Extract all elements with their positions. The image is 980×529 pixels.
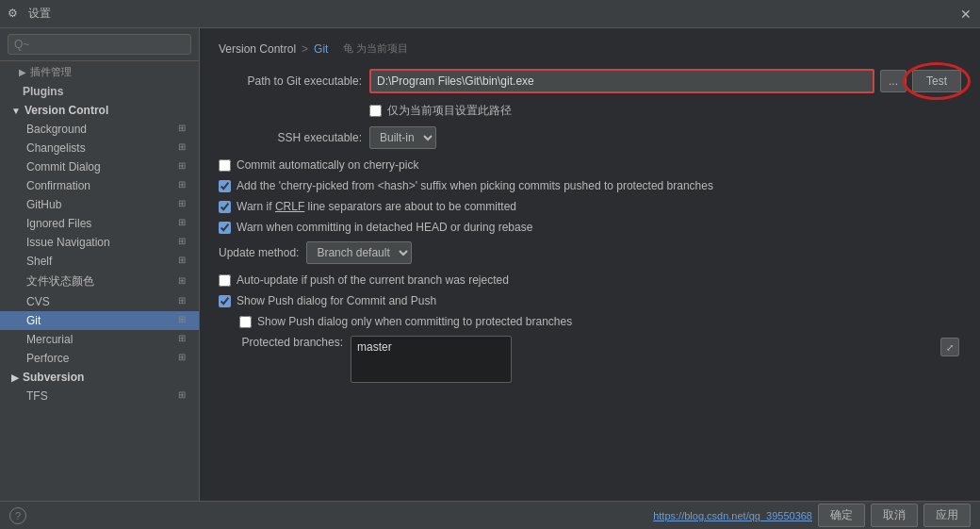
sidebar-item-mercurial[interactable]: Mercurial ⊞ [0, 330, 199, 349]
crlf-warn-checkbox[interactable] [219, 201, 231, 213]
sidebar-section-plugins-header[interactable]: ▶ 插件管理 [0, 61, 199, 81]
cherry-suffix-label: Add the 'cherry-picked from <hash>' suff… [237, 179, 713, 192]
show-push-dialog-checkbox[interactable] [219, 295, 231, 307]
protected-branches-row: Protected branches: master ⤢ [219, 336, 961, 386]
sidebar-item-github[interactable]: GitHub ⊞ [0, 195, 199, 214]
close-button[interactable]: ✕ [959, 8, 972, 21]
crlf-warn-label: Warn if CRLF line separators are about t… [237, 200, 516, 213]
bottom-bar: ? https://blog.csdn.net/qq_39550368 确定 取… [0, 501, 980, 529]
sidebar-item-changelists[interactable]: Changelists ⊞ [0, 139, 199, 157]
sidebar-item-cvs[interactable]: CVS ⊞ [0, 292, 199, 311]
title-bar-text: 设置 [28, 6, 959, 22]
auto-cherry-row: Commit automatically on cherry-pick [219, 158, 961, 172]
breadcrumb-separator: > [302, 42, 308, 56]
cherry-suffix-checkbox[interactable] [219, 180, 231, 192]
ssh-row: SSH executable: Built-in Native [219, 126, 961, 149]
git-executable-row: Path to Git executable: ... Test [219, 69, 961, 93]
browse-button[interactable]: ... [880, 70, 906, 92]
show-push-only-label: Show Push dialog only when committing to… [257, 315, 572, 328]
show-push-only-row: Show Push dialog only when committing to… [239, 315, 961, 328]
protected-branches-container: master ⤢ [351, 336, 961, 386]
title-bar: ⚙ 设置 ✕ [0, 0, 980, 28]
auto-cherry-checkbox[interactable] [219, 159, 231, 172]
settings-icon: ⚙ [8, 7, 23, 22]
top-section-label: 插件管理 [30, 65, 72, 79]
changelists-settings-icon: ⊞ [178, 141, 191, 155]
ssh-dropdown[interactable]: Built-in Native [369, 126, 436, 149]
breadcrumb-current: Git [314, 42, 328, 56]
sidebar-item-version-control[interactable]: ▼ Version Control [0, 101, 199, 120]
only-project-label: 仅为当前项目设置此路径 [387, 103, 512, 119]
git-executable-input[interactable] [369, 69, 874, 93]
ok-button[interactable]: 确定 [818, 504, 865, 527]
git-executable-label: Path to Git executable: [219, 74, 369, 88]
sidebar-item-file-status-color[interactable]: 文件状态颜色 ⊞ [0, 271, 199, 292]
only-project-checkbox[interactable] [369, 105, 382, 117]
issue-nav-settings-icon: ⊞ [178, 236, 191, 249]
git-executable-input-group: ... Test [369, 69, 961, 93]
sidebar-item-perforce[interactable]: Perforce ⊞ [0, 349, 199, 368]
breadcrumb: Version Control > Git 龟 为当前项目 [219, 41, 961, 56]
bottom-right-area: https://blog.csdn.net/qq_39550368 确定 取消 … [653, 504, 971, 527]
test-button-wrapper: Test [912, 70, 961, 92]
expand-button[interactable]: ⤢ [940, 338, 959, 356]
project-tag: 龟 为当前项目 [343, 41, 408, 56]
main-container: ▶ 插件管理 Plugins ▼ Version Control Backgro… [0, 28, 980, 501]
sidebar-item-subversion[interactable]: ▶ Subversion [0, 368, 199, 387]
sidebar-item-shelf[interactable]: Shelf ⊞ [0, 252, 199, 271]
detached-warn-row: Warn when committing in detached HEAD or… [219, 221, 961, 234]
version-control-arrow-icon: ▼ [11, 106, 21, 116]
sidebar-item-background[interactable]: Background ⊞ [0, 120, 199, 139]
tfs-settings-icon: ⊞ [178, 389, 191, 403]
cancel-button[interactable]: 取消 [871, 504, 918, 527]
apply-button[interactable]: 应用 [923, 504, 971, 527]
ssh-label: SSH executable: [219, 131, 369, 144]
detached-warn-checkbox[interactable] [219, 222, 231, 234]
update-method-label: Update method: [219, 246, 306, 259]
mercurial-settings-icon: ⊞ [178, 333, 191, 346]
update-method-dropdown[interactable]: Branch default Merge Rebase [306, 241, 412, 264]
auto-cherry-label: Commit automatically on cherry-pick [237, 158, 418, 172]
auto-push-checkbox[interactable] [219, 274, 231, 287]
sidebar-item-ignored-files[interactable]: Ignored Files ⊞ [0, 214, 199, 233]
show-push-dialog-label: Show Push dialog for Commit and Push [237, 294, 436, 307]
auto-push-label: Auto-update if push of the current branc… [237, 273, 509, 287]
sidebar-item-commit-dialog[interactable]: Commit Dialog ⊞ [0, 157, 199, 176]
shelf-settings-icon: ⊞ [178, 255, 191, 268]
show-push-only-checkbox[interactable] [239, 316, 252, 328]
plugins-label[interactable]: Plugins [0, 81, 199, 101]
search-input[interactable] [8, 34, 191, 55]
ignored-files-settings-icon: ⊞ [178, 217, 191, 230]
protected-branches-input[interactable]: master [351, 336, 512, 383]
help-button[interactable]: ? [9, 507, 26, 524]
cvs-settings-icon: ⊞ [178, 295, 191, 308]
status-link[interactable]: https://blog.csdn.net/qq_39550368 [653, 510, 812, 521]
update-method-row: Update method: Branch default Merge Reba… [219, 241, 961, 264]
perforce-settings-icon: ⊞ [178, 352, 191, 365]
sidebar-item-git[interactable]: Git ⊞ [0, 311, 199, 330]
subversion-arrow-icon: ▶ [11, 372, 19, 383]
github-settings-icon: ⊞ [178, 198, 191, 211]
sidebar: ▶ 插件管理 Plugins ▼ Version Control Backgro… [0, 28, 200, 501]
background-settings-icon: ⊞ [178, 123, 191, 136]
crlf-warn-row: Warn if CRLF line separators are about t… [219, 200, 961, 213]
detached-warn-label: Warn when committing in detached HEAD or… [237, 221, 532, 234]
protected-branches-label: Protected branches: [219, 336, 351, 349]
sidebar-item-issue-navigation[interactable]: Issue Navigation ⊞ [0, 233, 199, 252]
test-button[interactable]: Test [912, 70, 961, 92]
cherry-suffix-row: Add the 'cherry-picked from <hash>' suff… [219, 179, 961, 192]
only-project-row: 仅为当前项目设置此路径 [369, 103, 961, 119]
auto-push-row: Auto-update if push of the current branc… [219, 273, 961, 287]
plugins-arrow-icon: ▶ [19, 67, 26, 77]
search-bar [0, 28, 199, 61]
show-push-dialog-row: Show Push dialog for Commit and Push [219, 294, 961, 307]
file-color-settings-icon: ⊞ [178, 275, 191, 289]
content-area: Version Control > Git 龟 为当前项目 Path to Gi… [200, 28, 980, 501]
sidebar-item-confirmation[interactable]: Confirmation ⊞ [0, 176, 199, 195]
breadcrumb-part1: Version Control [219, 42, 296, 56]
sidebar-item-tfs[interactable]: TFS ⊞ [0, 387, 199, 405]
confirmation-settings-icon: ⊞ [178, 179, 191, 192]
git-settings-icon: ⊞ [178, 314, 191, 327]
commit-dialog-settings-icon: ⊞ [178, 160, 191, 174]
